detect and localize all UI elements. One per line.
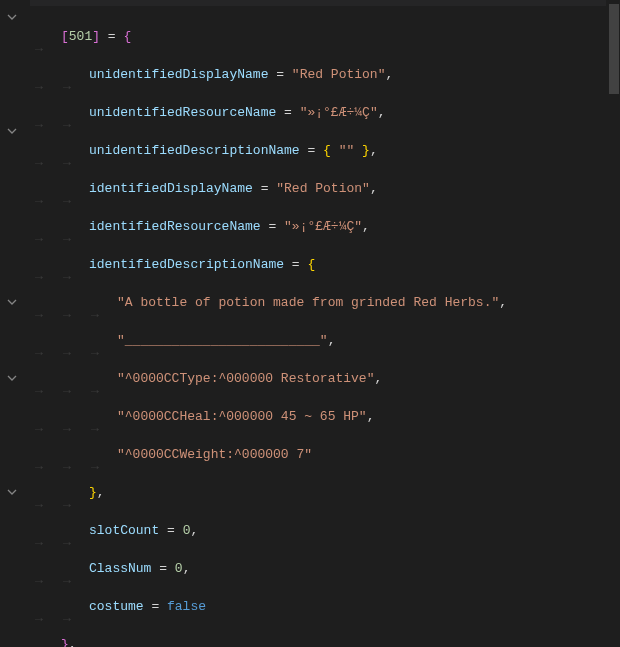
code-line: identifiedDisplayName = "Red Potion",	[33, 179, 620, 198]
code-line: identifiedResourceName = "»¡°£Æ÷¼Ç",	[33, 217, 620, 236]
vertical-scrollbar[interactable]	[606, 0, 620, 647]
code-line: costume = false	[33, 597, 620, 616]
fold-chevron-icon[interactable]	[6, 11, 18, 23]
gutter	[0, 0, 30, 647]
code-line: identifiedDescriptionName = {	[33, 255, 620, 274]
fold-chevron-icon[interactable]	[6, 125, 18, 137]
fold-chevron-icon[interactable]	[6, 372, 18, 384]
code-line: },	[33, 483, 620, 502]
code-editor[interactable]: [501] = { unidentifiedDisplayName = "Red…	[0, 0, 620, 647]
code-line: "_________________________",	[33, 331, 620, 350]
code-line: "^0000CCType:^000000 Restorative",	[33, 369, 620, 388]
code-line: slotCount = 0,	[33, 521, 620, 540]
fold-chevron-icon[interactable]	[6, 486, 18, 498]
code-line: unidentifiedResourceName = "»¡°£Æ÷¼Ç",	[33, 103, 620, 122]
code-line: ClassNum = 0,	[33, 559, 620, 578]
code-line: [501] = {	[33, 27, 620, 46]
scrollbar-thumb[interactable]	[609, 4, 619, 94]
code-line: "^0000CCWeight:^000000 7"	[33, 445, 620, 464]
editor-top-shade	[0, 0, 620, 6]
code-line: unidentifiedDescriptionName = { "" },	[33, 141, 620, 160]
code-line: unidentifiedDisplayName = "Red Potion",	[33, 65, 620, 84]
code-line: "^0000CCHeal:^000000 45 ~ 65 HP",	[33, 407, 620, 426]
code-line: },	[33, 635, 620, 647]
fold-chevron-icon[interactable]	[6, 296, 18, 308]
code-line: "A bottle of potion made from grinded Re…	[33, 293, 620, 312]
